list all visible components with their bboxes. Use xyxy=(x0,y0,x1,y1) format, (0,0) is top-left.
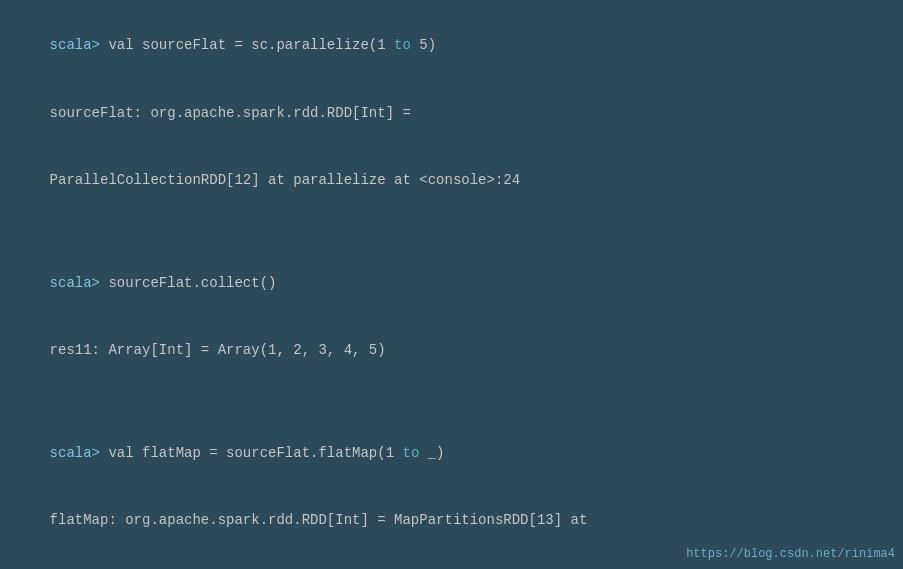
spacer-1 xyxy=(16,214,887,232)
spacer-2 xyxy=(16,232,887,250)
prompt-1: scala> xyxy=(50,37,109,53)
line-6: scala> val flatMap = sourceFlat.flatMap(… xyxy=(16,420,887,487)
line-5: res11: Array[Int] = Array(1, 2, 3, 4, 5) xyxy=(16,317,887,384)
output-5: res11: Array[Int] = Array(1, 2, 3, 4, 5) xyxy=(50,342,386,358)
line-4: scala> sourceFlat.collect() xyxy=(16,250,887,317)
line-2: sourceFlat: org.apache.spark.rdd.RDD[Int… xyxy=(16,79,887,146)
spacer-4 xyxy=(16,402,887,420)
output-3: ParallelCollectionRDD[12] at parallelize… xyxy=(50,172,520,188)
watermark: https://blog.csdn.net/rinima4 xyxy=(686,547,895,561)
code-1: val sourceFlat = sc.parallelize(1 to 5) xyxy=(108,37,436,53)
prompt-4: scala> xyxy=(50,275,109,291)
line-7: flatMap: org.apache.spark.rdd.RDD[Int] =… xyxy=(16,487,887,554)
line-1: scala> val sourceFlat = sc.parallelize(1… xyxy=(16,12,887,79)
spacer-3 xyxy=(16,384,887,402)
code-4: sourceFlat.collect() xyxy=(108,275,276,291)
prompt-6: scala> xyxy=(50,445,109,461)
code-6: val flatMap = sourceFlat.flatMap(1 to _) xyxy=(108,445,444,461)
output-7: flatMap: org.apache.spark.rdd.RDD[Int] =… xyxy=(50,512,588,528)
line-3: ParallelCollectionRDD[12] at parallelize… xyxy=(16,146,887,213)
output-2: sourceFlat: org.apache.spark.rdd.RDD[Int… xyxy=(50,105,411,121)
terminal-container: scala> val sourceFlat = sc.parallelize(1… xyxy=(0,0,903,569)
